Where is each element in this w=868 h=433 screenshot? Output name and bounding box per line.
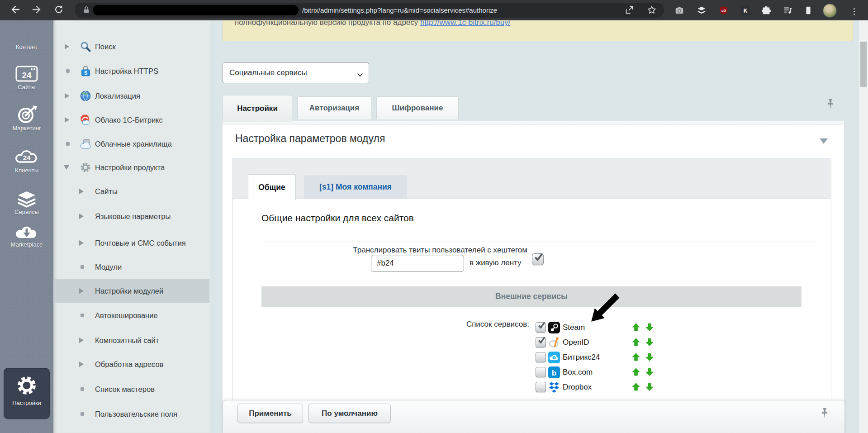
sidebar-item-content[interactable]: Контент [0, 43, 53, 50]
move-up-icon[interactable] [631, 383, 641, 393]
reload-button[interactable] [52, 4, 66, 17]
pin-icon[interactable] [819, 407, 830, 423]
marketplace-cloud-icon[interactable] [15, 224, 38, 239]
share-icon[interactable] [624, 5, 634, 17]
menu-item-bitrix-cloud[interactable]: Облако 1С-Битрикс [53, 108, 209, 132]
forward-button[interactable] [30, 4, 44, 17]
sidebar-item-settings[interactable]: Настройки [4, 368, 50, 419]
layers-extension-icon[interactable] [696, 5, 707, 16]
menu-item-cloud-storage[interactable]: Облачные хранилища [53, 132, 209, 156]
sidebar-item-marketing[interactable]: Маркетинг [0, 125, 53, 132]
screenshot-extension-icon[interactable] [674, 5, 685, 16]
panel-collapse-icon[interactable] [820, 138, 828, 144]
service-checkbox-dropbox[interactable] [536, 382, 546, 392]
tab-settings[interactable]: Настройки [223, 95, 292, 122]
bitrix-cloud-icon [80, 114, 91, 126]
service-name: Битрикс24 [563, 353, 600, 362]
menu-item-search[interactable]: Поиск [53, 34, 209, 59]
url-text: /bitrix/admin/settings.php?lang=ru&mid=s… [302, 3, 497, 18]
menu-item-wizard-list[interactable]: Список мастеров [53, 377, 209, 401]
tab-s1-my-company[interactable]: [s1] Моя компания [304, 175, 407, 199]
move-down-icon[interactable] [645, 368, 655, 378]
menu-item-language-params[interactable]: Языковые параметры [53, 204, 209, 228]
expand-arrow-icon[interactable] [79, 362, 84, 367]
move-up-icon[interactable] [631, 353, 641, 363]
menu-item-mail-sms-events[interactable]: Почтовые и СМС события [53, 231, 209, 255]
apply-button[interactable]: Применить [237, 404, 303, 423]
sidebar-item-clients[interactable]: Клиенты [0, 167, 53, 174]
menu-item-localization[interactable]: Локализация [53, 84, 209, 108]
tab-authorization[interactable]: Авторизация [297, 96, 371, 119]
marketing-target-icon[interactable] [15, 105, 38, 124]
sidebar-item-services[interactable]: Сервисы [0, 209, 53, 215]
playlist-extension-icon[interactable] [782, 5, 793, 16]
move-down-icon[interactable] [645, 338, 655, 348]
expand-arrow-icon[interactable] [79, 189, 84, 194]
service-name: Dropbox [563, 383, 592, 392]
expand-arrow-icon[interactable] [79, 288, 84, 294]
menu-item-sites[interactable]: Сайты [53, 179, 209, 204]
collapse-arrow-icon[interactable] [64, 165, 69, 170]
live-feed-checkbox[interactable] [532, 253, 544, 265]
default-button[interactable]: По умолчанию [308, 404, 391, 423]
tab-general[interactable]: Общие [248, 174, 296, 200]
service-checkbox-bitrix24[interactable] [536, 352, 546, 362]
address-bar[interactable]: /bitrix/admin/settings.php?lang=ru&mid=s… [75, 3, 664, 18]
service-name: Steam [563, 323, 585, 332]
menu-item-user-fields[interactable]: Пользовательские поля [53, 402, 209, 426]
move-up-icon[interactable] [631, 368, 641, 378]
expand-arrow-icon[interactable] [79, 214, 84, 219]
divider [261, 242, 818, 242]
service-checkbox-box[interactable] [536, 367, 546, 377]
menu-item-address-processing[interactable]: Обработка адресов [53, 352, 209, 376]
browser-menu-icon[interactable] [848, 5, 860, 17]
pin-icon[interactable] [825, 98, 836, 114]
hashtag-input[interactable] [371, 255, 464, 272]
back-button[interactable] [8, 4, 22, 17]
services-list-label: Список сервисов: [396, 320, 529, 329]
sidebar-item-sites[interactable]: Сайты [0, 84, 53, 90]
extensions-puzzle-icon[interactable] [760, 5, 772, 16]
service-checkbox-openid[interactable] [536, 337, 546, 347]
service-checkbox-steam[interactable] [536, 322, 546, 333]
reload-icon [54, 5, 64, 16]
k-extension-icon[interactable]: K [740, 5, 751, 16]
expand-arrow-icon[interactable] [65, 117, 69, 123]
https-lock-icon: S [80, 65, 91, 77]
app-sidebar: Контент 24 Сайты Маркетинг 24 Клиенты Се… [0, 20, 53, 433]
svg-text:K: K [744, 8, 748, 14]
svg-text:24: 24 [22, 71, 32, 80]
ublock-extension-icon[interactable]: uO [718, 5, 730, 16]
menu-item-product-settings[interactable]: Настройки продукта [53, 155, 209, 180]
services-layers-icon[interactable] [15, 190, 38, 208]
module-select[interactable]: Социальные сервисы [223, 62, 369, 83]
move-down-icon[interactable] [645, 353, 655, 363]
move-down-icon[interactable] [645, 323, 655, 333]
menu-item-captcha[interactable]: CAPTCHA [53, 425, 209, 433]
globe-icon [80, 90, 91, 102]
expand-arrow-icon[interactable] [65, 93, 69, 99]
profile-avatar[interactable] [823, 4, 837, 18]
move-down-icon[interactable] [645, 383, 655, 393]
browser-window: /bitrix/admin/settings.php?lang=ru&mid=s… [0, 0, 868, 433]
expand-arrow-icon[interactable] [65, 44, 69, 49]
sites-icon[interactable]: 24 [15, 66, 38, 82]
move-up-icon[interactable] [631, 323, 641, 333]
clients-cloud-icon[interactable]: 24 [15, 148, 38, 165]
bookmark-star-icon[interactable] [647, 5, 657, 17]
side-panel-icon[interactable] [802, 5, 814, 16]
expand-arrow-icon[interactable] [79, 240, 84, 246]
menu-item-composite-site[interactable]: Композитный сайт [53, 328, 209, 352]
live-feed-label: в живую ленту [470, 258, 522, 267]
menu-item-https[interactable]: S Настройка HTTPS [53, 59, 209, 83]
svg-text:24: 24 [23, 154, 31, 162]
move-up-icon[interactable] [631, 338, 641, 348]
sidebar-item-marketplace[interactable]: Marketplace [0, 241, 53, 248]
tab-encryption[interactable]: Шифрование [376, 96, 459, 119]
menu-item-modules[interactable]: Модули [53, 255, 209, 279]
scrollbar-thumb[interactable] [860, 42, 867, 87]
menu-item-module-settings[interactable]: Настройки модулей [53, 279, 209, 303]
scrollbar-track[interactable] [859, 20, 868, 433]
menu-item-autocache[interactable]: Автокеширование [53, 303, 209, 328]
expand-arrow-icon[interactable] [79, 338, 84, 343]
